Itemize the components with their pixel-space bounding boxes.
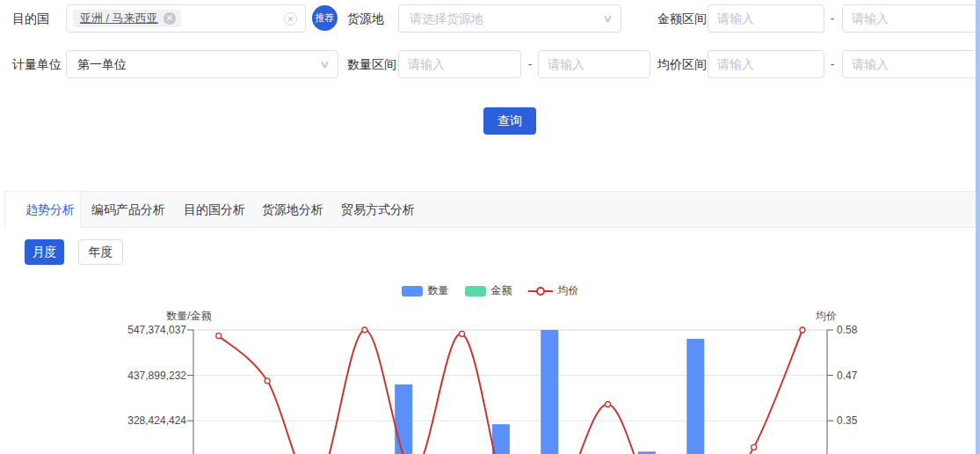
tab-product-code-analysis[interactable]: 编码产品分析 <box>91 192 165 227</box>
origin-label: 货源地 <box>347 4 384 33</box>
tab-trend-analysis[interactable]: 趋势分析 <box>25 192 75 227</box>
quantity-min-input[interactable] <box>398 50 521 78</box>
destination-multiselect[interactable]: 亚洲 / 马来西亚 ✕ ✕ <box>66 4 306 33</box>
chart-legend: 数量 金额 均价 <box>0 283 980 298</box>
scrollbar[interactable] <box>976 0 980 454</box>
chart-line-marker[interactable] <box>460 331 465 336</box>
chart-bar[interactable] <box>492 424 510 454</box>
trade-analysis-page: 目的国 亚洲 / 马来西亚 ✕ ✕ 推荐 货源地 请选择货源地 ∨ 金额区间 -… <box>0 0 980 454</box>
chart-line-marker[interactable] <box>800 327 805 333</box>
legend-label: 数量 <box>428 283 449 298</box>
left-axis-tick-label: 328,424,424 <box>127 414 186 427</box>
chevron-down-icon: ∨ <box>602 5 613 32</box>
amount-min-input[interactable] <box>708 4 824 33</box>
chart-line-marker[interactable] <box>265 378 270 384</box>
chart-bar[interactable] <box>541 330 558 454</box>
right-axis-tick-label: 0.35 <box>837 414 858 427</box>
destination-label: 目的国 <box>12 4 49 33</box>
unit-select[interactable]: 第一单位 ∨ <box>66 50 338 78</box>
price-min-input[interactable] <box>708 50 824 78</box>
origin-select-placeholder: 请选择货源地 <box>399 5 621 32</box>
chart-line-marker[interactable] <box>606 402 611 407</box>
tab-destination-analysis[interactable]: 目的国分析 <box>184 192 245 227</box>
chart-line-marker[interactable] <box>751 444 757 450</box>
tab-origin-analysis[interactable]: 货源地分析 <box>262 192 323 227</box>
legend-item-amount[interactable]: 金额 <box>465 283 512 298</box>
chart-line-marker[interactable] <box>362 327 367 333</box>
range-separator: - <box>525 50 535 78</box>
recommend-badge[interactable]: 推荐 <box>312 5 338 31</box>
price-max-input[interactable] <box>842 50 977 78</box>
right-axis-tick-label: 0.58 <box>837 324 858 336</box>
legend-item-quantity[interactable]: 数量 <box>402 283 449 298</box>
quantity-max-input[interactable] <box>538 50 650 78</box>
yearly-toggle-button[interactable]: 年度 <box>78 239 123 265</box>
origin-select[interactable]: 请选择货源地 ∨ <box>398 4 621 33</box>
tag-remove-icon[interactable]: ✕ <box>163 12 176 25</box>
amount-range-label: 金额区间 <box>657 4 707 33</box>
tab-trade-mode-analysis[interactable]: 贸易方式分析 <box>341 192 415 227</box>
amount-swatch-icon <box>465 286 486 297</box>
destination-tag-label: 亚洲 / 马来西亚 <box>80 11 158 26</box>
monthly-toggle-button[interactable]: 月度 <box>25 239 64 265</box>
clear-input-icon[interactable]: ✕ <box>284 12 297 26</box>
left-axis-tick-label: 547,374,037 <box>127 324 186 336</box>
quantity-swatch-icon <box>402 286 423 297</box>
range-separator: - <box>827 4 838 33</box>
range-separator: - <box>827 50 838 78</box>
chevron-down-icon: ∨ <box>319 51 330 77</box>
legend-label: 均价 <box>558 283 579 298</box>
legend-label: 金额 <box>491 283 512 298</box>
unit-label: 计量单位 <box>12 50 62 78</box>
analysis-tabs: 趋势分析 编码产品分析 目的国分析 货源地分析 贸易方式分析 <box>4 191 980 228</box>
quantity-range-label: 数量区间 <box>347 50 396 78</box>
amount-max-input[interactable] <box>842 4 977 33</box>
right-axis-tick-label: 0.47 <box>837 370 858 382</box>
left-axis-tick-label: 437,899,232 <box>127 370 186 382</box>
trend-chart: 547,374,0370.58437,899,2320.47328,424,42… <box>0 299 980 454</box>
chart-line-marker[interactable] <box>216 333 221 339</box>
chart-bar[interactable] <box>686 339 704 454</box>
line-marker-icon <box>528 286 553 297</box>
destination-tag: 亚洲 / 马来西亚 ✕ <box>73 10 181 27</box>
query-button[interactable]: 查询 <box>483 107 536 135</box>
price-range-label: 均价区间 <box>657 50 707 78</box>
legend-item-avg-price[interactable]: 均价 <box>528 283 579 298</box>
unit-select-value: 第一单位 <box>67 51 338 77</box>
chart-bar[interactable] <box>395 384 412 454</box>
chart-line <box>219 330 802 454</box>
